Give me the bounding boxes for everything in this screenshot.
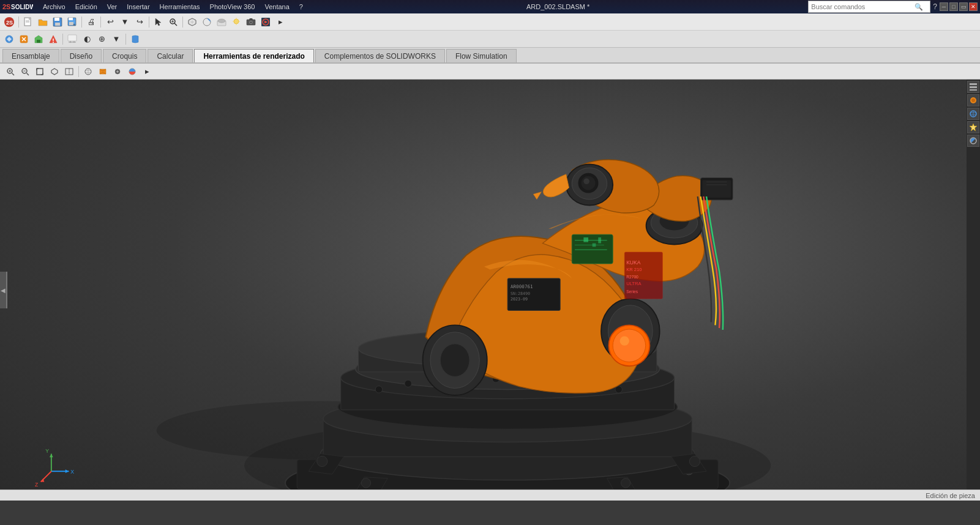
svg-point-103 (620, 336, 629, 345)
lights-btn[interactable] (230, 15, 243, 29)
svg-point-98 (440, 344, 469, 377)
svg-point-111 (583, 178, 589, 184)
svg-point-93 (689, 456, 700, 466)
redo-btn[interactable]: ↪ (133, 15, 146, 29)
rp-btn1[interactable] (967, 81, 979, 93)
menu-herramientas[interactable]: Herramientas (155, 2, 205, 12)
tab-complementos[interactable]: Complementos de SOLIDWORKS (315, 49, 445, 62)
section-view-btn[interactable] (62, 65, 76, 78)
svg-text:KR 210: KR 210 (626, 267, 641, 272)
new-btn[interactable] (21, 15, 35, 29)
svg-text:Y: Y (45, 448, 49, 454)
tb2-btn5[interactable] (65, 32, 79, 46)
rp-btn3[interactable] (967, 108, 979, 120)
svg-point-92 (317, 456, 327, 466)
menu-photoview[interactable]: PhotoView 360 (205, 2, 260, 12)
rp-btn5[interactable] (967, 135, 979, 147)
context-toolbar: ▸ (0, 64, 980, 80)
svg-point-85 (375, 386, 382, 393)
zoom-out-btn[interactable] (18, 65, 32, 78)
open-btn[interactable] (36, 15, 50, 29)
help-icon[interactable]: ? (933, 2, 937, 11)
app-logo: 2S SOLIDWORKS (2, 1, 33, 13)
save-all-btn[interactable]: + (65, 15, 79, 29)
tb2-btn4[interactable] (47, 32, 60, 46)
tab-calcular[interactable]: Calcular (148, 49, 193, 62)
search-bar[interactable]: 🔍 (808, 1, 930, 13)
svg-marker-15 (155, 18, 161, 26)
svg-point-95 (621, 478, 630, 488)
svg-text:AR000761: AR000761 (511, 284, 533, 289)
tb2-btn1[interactable] (2, 32, 16, 46)
maximize-button[interactable]: □ (949, 2, 958, 11)
hide-show-btn[interactable] (111, 65, 124, 78)
svg-rect-37 (37, 40, 40, 43)
tab-croquis[interactable]: Croquis (103, 49, 146, 62)
view-orient-btn[interactable] (81, 65, 95, 78)
viewport-area: KUKA KR 210 R2700 ULTRA Series AR000761 … (0, 80, 980, 501)
toolbar-main: 2S + 🖨 ↩ ▼ ↪ ▸ (0, 13, 980, 31)
tb2-btn6[interactable]: ◐ (80, 32, 94, 46)
scene-btn[interactable] (215, 15, 228, 29)
svg-text:KUKA: KUKA (626, 259, 641, 266)
view3d-btn[interactable] (185, 15, 199, 29)
appearance-btn[interactable] (200, 15, 214, 29)
restore-button[interactable]: ▭ (959, 2, 968, 11)
menu-edicion[interactable]: Edición (70, 2, 102, 12)
sep3 (100, 17, 101, 28)
tab-herramientas-renderizado[interactable]: Herramientas de renderizado (194, 49, 313, 62)
search-input[interactable] (809, 1, 913, 12)
svg-text:ULTRA: ULTRA (626, 281, 641, 286)
rp-btn2[interactable] (967, 94, 979, 106)
svg-rect-12 (69, 18, 73, 20)
undo-dropdown-btn[interactable]: ▼ (118, 15, 132, 29)
svg-rect-121 (583, 237, 588, 242)
render-btn[interactable] (259, 15, 272, 29)
tb2-btn2[interactable] (17, 32, 31, 46)
menu-ventana[interactable]: Ventana (260, 2, 294, 12)
tb2-btn7[interactable]: ⊕ (95, 32, 108, 46)
menu-insertar[interactable]: Insertar (122, 2, 154, 12)
close-button[interactable]: ✕ (969, 2, 978, 11)
fit-view-btn[interactable] (33, 65, 47, 78)
zoom-in-btn[interactable] (4, 65, 17, 78)
display-style-btn[interactable] (96, 65, 110, 78)
svg-text:2S: 2S (2, 3, 10, 10)
minimize-button[interactable]: ─ (940, 2, 948, 11)
svg-rect-117 (572, 234, 613, 264)
robot-3d-view: KUKA KR 210 R2700 ULTRA Series AR000761 … (0, 80, 980, 501)
svg-line-46 (12, 73, 15, 75)
undo-btn[interactable]: ↩ (103, 15, 117, 29)
tb2-btn3[interactable] (32, 32, 45, 46)
search-button[interactable]: 🔍 (913, 1, 925, 12)
select-btn[interactable] (152, 15, 165, 29)
zoom-btn[interactable] (166, 15, 180, 29)
svg-line-50 (27, 73, 29, 75)
svg-text:Z: Z (35, 482, 38, 488)
more-context-btn[interactable]: ▸ (140, 65, 154, 78)
save-btn[interactable] (51, 15, 64, 29)
left-panel-handle[interactable]: ◀ (0, 272, 7, 308)
svg-rect-123 (598, 237, 601, 244)
tb2-dropdown[interactable]: ▼ (110, 32, 123, 46)
menu-ver[interactable]: Ver (102, 2, 122, 12)
tab-diseno[interactable]: Diseño (61, 49, 102, 62)
tab-ensamblaje[interactable]: Ensamblaje (2, 49, 59, 62)
edit-appearance-btn[interactable] (125, 65, 139, 78)
rp-btn4[interactable] (967, 121, 979, 133)
solidworks-logo-btn[interactable]: 2S (2, 15, 16, 29)
svg-rect-9 (54, 18, 59, 21)
right-panel (967, 80, 980, 501)
svg-point-23 (234, 19, 239, 24)
view-select-btn[interactable] (48, 65, 61, 78)
tb2-btn8[interactable] (129, 32, 142, 46)
menu-help[interactable]: ? (294, 2, 308, 12)
more-btn[interactable]: ▸ (274, 15, 287, 29)
cameras-btn[interactable] (244, 15, 258, 29)
menu-archivo[interactable]: Archivo (38, 2, 70, 12)
svg-text:2023-09: 2023-09 (511, 297, 528, 302)
title-bar: 2S SOLIDWORKS Archivo Edición Ver Insert… (0, 0, 980, 13)
tab-flow-simulation[interactable]: Flow Simulation (446, 49, 517, 62)
print-btn[interactable]: 🖨 (84, 15, 98, 29)
sep2 (81, 17, 82, 28)
